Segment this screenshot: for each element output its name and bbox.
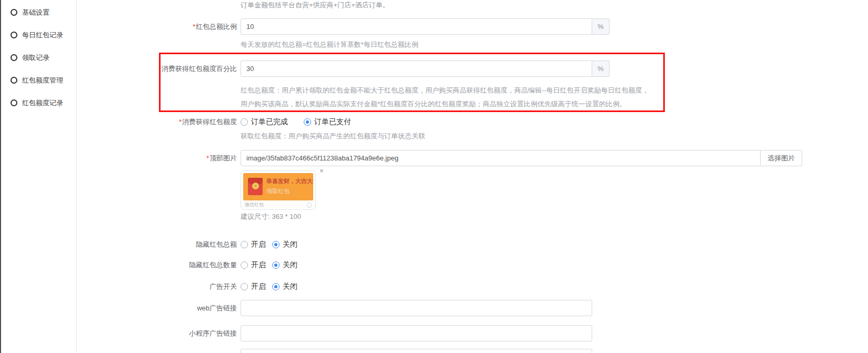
sidebar-item-label: 基础设置 <box>22 8 49 17</box>
step-circle-icon <box>11 9 17 16</box>
field-label: 广告开关 <box>77 282 237 291</box>
sidebar-item-basic-settings[interactable]: 基础设置 <box>1 1 76 24</box>
consume-quota-help: 获取红包额度：用户购买商品产生的红包额度与订单状态关联 <box>241 132 868 141</box>
banner-footer-label: 微信红包 <box>245 201 264 208</box>
field-label: *消费获得红包额度 <box>77 117 237 127</box>
mini-program-ad-link-input[interactable] <box>241 325 592 341</box>
step-circle-icon <box>11 32 17 38</box>
image-preview: ¥ 恭喜发财，大吉大利！ 领取红包 微信红包 × <box>241 170 325 210</box>
consume-percent-input[interactable] <box>241 60 592 77</box>
step-circle-icon <box>11 54 17 61</box>
sidebar: 基础设置 每日红包记录 领取记录 红包额度管理 红包额度记录 <box>1 0 77 353</box>
radio-label: 开启 <box>251 240 266 249</box>
sidebar-item-label: 红包额度记录 <box>22 98 63 108</box>
required-asterisk: * <box>206 154 209 162</box>
form-row-web-ad: web广告链接 <box>77 300 868 316</box>
form-row-total-ratio: *红包总额比例 % <box>77 18 868 35</box>
radio-label: 关闭 <box>283 240 297 249</box>
gold-coin-icon: ¥ <box>252 183 259 189</box>
form-row-consume-quota: *消费获得红包额度 订单已完成 订单已支付 <box>77 117 868 127</box>
remove-image-icon[interactable]: × <box>320 167 324 174</box>
required-asterisk: * <box>193 23 195 31</box>
radio-order-paid[interactable]: 订单已支付 <box>304 117 351 127</box>
top-image-path-input[interactable] <box>241 150 761 166</box>
field-label: 小程序广告链接 <box>77 329 237 338</box>
web-ad-link-input[interactable] <box>241 300 592 316</box>
radio-label: 关闭 <box>283 282 297 291</box>
form-row-top-image: *顶部图片 选择图片 <box>77 150 868 166</box>
field-label: *消费获得红包额度百分比 <box>77 64 237 74</box>
radio-checked-icon <box>304 118 311 126</box>
form-row-hide-count: 隐藏红包总数量 开启 关闭 <box>77 260 868 270</box>
radio-label: 开启 <box>251 260 266 270</box>
preview-card: ¥ 恭喜发财，大吉大利！ 领取红包 微信红包 <box>241 170 316 210</box>
radio-order-completed[interactable]: 订单已完成 <box>241 117 288 127</box>
required-asterisk: * <box>158 65 161 73</box>
form-row-hide-total: 隐藏红包总额 开启 关闭 <box>77 239 868 250</box>
radio-label: 开启 <box>251 282 266 291</box>
radio-label: 关闭 <box>283 260 297 270</box>
field-label: *红包总额比例 <box>77 22 237 32</box>
sidebar-item-quota-records[interactable]: 红包额度记录 <box>1 92 76 114</box>
banner-title: 恭喜发财，大吉大利！ <box>266 177 313 185</box>
radio-hide-count-off[interactable]: 关闭 <box>272 260 297 270</box>
percent-suffix: % <box>592 60 610 77</box>
radio-icon <box>241 283 248 290</box>
radio-checked-icon <box>272 241 280 248</box>
form-row-consume-percent: *消费获得红包额度百分比 % <box>77 60 868 77</box>
radio-label: 订单已支付 <box>314 117 351 127</box>
sidebar-item-daily-records[interactable]: 每日红包记录 <box>1 24 76 46</box>
radio-icon <box>241 261 248 269</box>
sidebar-item-quota-management[interactable]: 红包额度管理 <box>1 69 76 92</box>
order-amount-note: 订单金额包括平台自营+供应商+门店+酒店订单。 <box>241 1 868 10</box>
banner-subtitle: 领取红包 <box>266 187 313 195</box>
size-hint: 建议尺寸: 363 * 100 <box>241 212 868 221</box>
sidebar-item-claim-records[interactable]: 领取记录 <box>1 46 76 69</box>
step-circle-icon <box>11 77 17 84</box>
form-row-ad-switch: 广告开关 开启 关闭 <box>77 281 868 292</box>
form-row-mini-ad: 小程序广告链接 <box>77 325 868 341</box>
choose-image-button[interactable]: 选择图片 <box>761 150 802 166</box>
step-circle-icon <box>11 99 17 106</box>
sidebar-item-label: 红包额度管理 <box>22 76 63 85</box>
radio-icon <box>241 118 248 126</box>
field-label: web广告链接 <box>77 304 237 313</box>
red-envelope-icon: ¥ <box>248 178 263 195</box>
radio-ad-off[interactable]: 关闭 <box>272 282 297 291</box>
radio-ad-on[interactable]: 开启 <box>241 282 266 291</box>
settings-form: 订单金额包括平台自营+供应商+门店+酒店订单。 *红包总额比例 % 每天发放的红… <box>77 0 868 353</box>
field-label: 隐藏红包总额 <box>77 240 237 249</box>
sidebar-item-label: 每日红包记录 <box>22 31 63 40</box>
radio-checked-icon <box>272 283 280 290</box>
consume-percent-help: 红包总额度：用户累计领取的红包金额不能大于红包总额度，用户购买商品获得红包额度，… <box>241 84 655 111</box>
total-ratio-help: 每天发放的红包总额=红包总额计算基数*每日红包总额比例 <box>241 40 868 49</box>
sidebar-item-label: 领取记录 <box>22 53 49 63</box>
radio-hide-total-on[interactable]: 开启 <box>241 240 266 249</box>
page: 基础设置 每日红包记录 领取记录 红包额度管理 红包额度记录 订单金额包括平台自… <box>0 0 868 353</box>
radio-hide-count-on[interactable]: 开启 <box>241 260 266 270</box>
radio-icon <box>241 241 248 248</box>
red-packet-banner: ¥ 恭喜发财，大吉大利！ 领取红包 <box>243 173 313 200</box>
field-label: *顶部图片 <box>77 154 237 163</box>
form-row-partial <box>77 349 868 353</box>
radio-checked-icon <box>272 261 280 269</box>
required-asterisk: * <box>179 118 182 126</box>
field-label: 隐藏红包总数量 <box>77 260 237 270</box>
pin-icon <box>306 201 313 208</box>
extra-input-partial[interactable] <box>241 349 592 353</box>
radio-hide-total-off[interactable]: 关闭 <box>272 240 297 249</box>
total-ratio-input[interactable] <box>241 18 592 35</box>
percent-suffix: % <box>592 18 610 35</box>
radio-label: 订单已完成 <box>251 117 288 127</box>
